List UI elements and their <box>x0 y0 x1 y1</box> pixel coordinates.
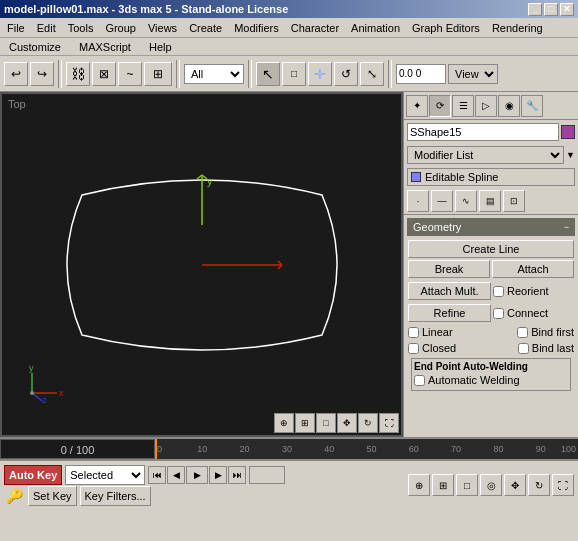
prev-frame-icon: ◀ <box>173 470 180 480</box>
key-filters-button[interactable]: Key Filters... <box>80 486 151 506</box>
menu-modifiers[interactable]: Modifiers <box>229 20 284 36</box>
collapse-icon: − <box>564 222 569 232</box>
menu-group[interactable]: Group <box>100 20 141 36</box>
editable-spline-row[interactable]: Editable Spline <box>407 168 575 186</box>
modify-panel-btn[interactable]: ⟳ <box>429 95 451 117</box>
hierarchy-panel-btn[interactable]: ☰ <box>452 95 474 117</box>
bind-first-checkbox[interactable] <box>517 327 528 338</box>
redo-button[interactable]: ↪ <box>30 62 54 86</box>
select-link-button[interactable]: ⛓ <box>66 62 90 86</box>
scale-button[interactable]: ⤡ <box>360 62 384 86</box>
menu-graph-editors[interactable]: Graph Editors <box>407 20 485 36</box>
create-line-button[interactable]: Create Line <box>408 240 574 258</box>
key-mode-select[interactable]: Selected <box>65 465 145 485</box>
menu-views[interactable]: Views <box>143 20 182 36</box>
arc-rotate-view-btn[interactable]: ↻ <box>528 474 550 496</box>
title-text: model-pillow01.max - 3ds max 5 - Stand-a… <box>4 3 288 15</box>
segment-sub-btn[interactable]: — <box>431 190 453 212</box>
pan-button[interactable]: ✥ <box>337 413 357 433</box>
bind-last-checkbox[interactable] <box>518 343 529 354</box>
toolbar-sep-4 <box>388 60 392 88</box>
timeline-track[interactable]: 0 10 20 30 40 50 60 70 80 90 100 <box>155 439 578 459</box>
hierarchy-button[interactable]: ⊞ <box>144 62 172 86</box>
play-button[interactable]: ▶ <box>186 466 208 484</box>
break-button[interactable]: Break <box>408 260 490 278</box>
zoom-all-icon: ⊞ <box>301 418 309 428</box>
vertex-sub-btn[interactable]: · <box>407 190 429 212</box>
rotate-button[interactable]: ↺ <box>334 62 358 86</box>
filter-select[interactable]: All <box>184 64 244 84</box>
coord-input[interactable] <box>396 64 446 84</box>
connect-checkbox[interactable] <box>493 308 504 319</box>
menu-customize[interactable]: Customize <box>4 39 66 55</box>
auto-welding-checkbox[interactable] <box>414 375 425 386</box>
menu-help[interactable]: Help <box>144 39 177 55</box>
menu-bar-2: Customize MAXScript Help <box>0 38 578 56</box>
select-button[interactable]: ↖ <box>256 62 280 86</box>
first-frame-icon: ⏮ <box>153 470 162 480</box>
min-max-icon: ⛶ <box>558 480 568 491</box>
menu-create[interactable]: Create <box>184 20 227 36</box>
key-icon-area: 🔑 <box>4 488 25 504</box>
first-frame-button[interactable]: ⏮ <box>148 466 166 484</box>
zoom-extents-button[interactable]: □ <box>316 413 336 433</box>
attach-button[interactable]: Attach <box>492 260 574 278</box>
spline-sub-btn[interactable]: ∿ <box>455 190 477 212</box>
next-frame-button[interactable]: ▶ <box>209 466 227 484</box>
zoom-extent-nav-btn[interactable]: ⊕ <box>408 474 430 496</box>
create-panel-btn[interactable]: ✦ <box>406 95 428 117</box>
maximize-viewport-button[interactable]: ⛶ <box>379 413 399 433</box>
menu-rendering[interactable]: Rendering <box>487 20 548 36</box>
utilities-panel-btn[interactable]: 🔧 <box>521 95 543 117</box>
menu-character[interactable]: Character <box>286 20 344 36</box>
pan-view-btn[interactable]: ✥ <box>504 474 526 496</box>
menu-edit[interactable]: Edit <box>32 20 61 36</box>
vertex-icon: · <box>417 196 420 206</box>
object-name-input[interactable] <box>407 123 559 141</box>
menu-tools[interactable]: Tools <box>63 20 99 36</box>
motion-panel-btn[interactable]: ▷ <box>475 95 497 117</box>
scale-icon: ⤡ <box>367 67 377 81</box>
next-frame-icon: ▶ <box>215 470 222 480</box>
linear-checkbox[interactable] <box>408 327 419 338</box>
close-button[interactable]: ✕ <box>560 3 574 16</box>
prev-frame-button[interactable]: ◀ <box>167 466 185 484</box>
move-button[interactable]: ✛ <box>308 62 332 86</box>
select-all-sub-btn[interactable]: ▤ <box>479 190 501 212</box>
attach-mult-button[interactable]: Attach Mult. <box>408 282 491 300</box>
axes-svg: y x z <box>22 363 72 403</box>
arc-rotate-button[interactable]: ↻ <box>358 413 378 433</box>
unlink-button[interactable]: ⊠ <box>92 62 116 86</box>
zoom-button[interactable]: ⊕ <box>274 413 294 433</box>
auto-key-button[interactable]: Auto Key <box>4 465 62 485</box>
zoom-all-nav-btn[interactable]: ⊞ <box>432 474 454 496</box>
geometry-section-header[interactable]: Geometry − <box>407 218 575 236</box>
snap-sub-btn[interactable]: ⊡ <box>503 190 525 212</box>
field-of-view-btn[interactable]: ◎ <box>480 474 502 496</box>
closed-checkbox[interactable] <box>408 343 419 354</box>
region-select-button[interactable]: □ <box>282 62 306 86</box>
menu-file[interactable]: File <box>2 20 30 36</box>
object-color-swatch[interactable] <box>561 125 575 139</box>
min-max-toggle-btn[interactable]: ⛶ <box>552 474 574 496</box>
undo-button[interactable]: ↩ <box>4 62 28 86</box>
closed-bind-last-row: Closed Bind last <box>408 342 574 354</box>
checkbox-group: Linear Bind first Closed Bind last <box>408 326 574 356</box>
zoom-all-button[interactable]: ⊞ <box>295 413 315 433</box>
maximize-button[interactable]: □ <box>544 3 558 16</box>
refine-button[interactable]: Refine <box>408 304 491 322</box>
frame-number-input[interactable]: 0 <box>249 466 285 484</box>
view-select[interactable]: View <box>448 64 498 84</box>
reorient-checkbox[interactable] <box>493 286 504 297</box>
modifier-list-dropdown[interactable]: Modifier List <box>407 146 564 164</box>
last-frame-button[interactable]: ⏭ <box>228 466 246 484</box>
menu-maxscript[interactable]: MAXScript <box>74 39 136 55</box>
bind-space-warp-button[interactable]: ~ <box>118 62 142 86</box>
menu-animation[interactable]: Animation <box>346 20 405 36</box>
display-panel-btn[interactable]: ◉ <box>498 95 520 117</box>
zoom-ext-all-btn[interactable]: □ <box>456 474 478 496</box>
minimize-button[interactable]: _ <box>528 3 542 16</box>
set-key-button[interactable]: Set Key <box>28 486 77 506</box>
viewport[interactable]: Top y y x <box>0 92 403 437</box>
svg-text:x: x <box>59 388 64 398</box>
